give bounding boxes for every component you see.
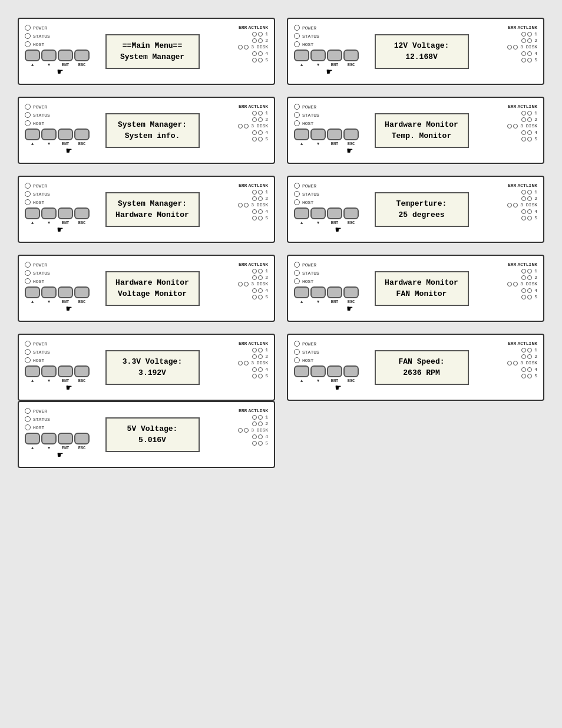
button-esc[interactable] xyxy=(343,50,359,61)
disk-row-3-disk: 3 DISK xyxy=(238,360,268,365)
hand-indicator: ☛ xyxy=(294,145,347,157)
led-status xyxy=(25,112,31,118)
button-ent[interactable] xyxy=(58,433,73,444)
disk-row-2: 2 xyxy=(252,196,268,201)
disk-led-err xyxy=(252,269,257,274)
button-ent[interactable] xyxy=(327,207,342,219)
hand-indicator: ☛ xyxy=(294,382,347,394)
disk-label: 2 xyxy=(265,196,268,201)
led-label-status: STATUS xyxy=(302,113,319,118)
button-down[interactable] xyxy=(310,286,326,298)
disk-indicator-panel: ERRACTLINK123 DISK45 xyxy=(227,262,268,315)
actlink-label: ACTLINK xyxy=(248,104,268,109)
button-up[interactable] xyxy=(25,207,40,219)
button-up[interactable] xyxy=(294,129,309,140)
disk-indicator-panel: ERRACTLINK123 DISK45 xyxy=(496,183,537,236)
display-line2: System Manager xyxy=(114,51,191,63)
led-row-host: HOST xyxy=(25,41,78,47)
led-label-status: STATUS xyxy=(33,271,50,276)
led-label-host: HOST xyxy=(33,358,44,363)
disk-led-act xyxy=(258,421,263,426)
disk-led-act xyxy=(513,45,518,50)
button-up[interactable] xyxy=(294,365,309,377)
led-status xyxy=(294,112,300,118)
button-up[interactable] xyxy=(25,129,40,140)
hand-indicator: ☛ xyxy=(25,382,78,394)
button-row: ▲▼ENTESC xyxy=(25,365,78,383)
button-up[interactable] xyxy=(294,207,309,219)
disk-led-err xyxy=(521,216,526,220)
button-ent[interactable] xyxy=(327,129,342,140)
button-esc[interactable] xyxy=(343,129,359,140)
disk-led-err xyxy=(521,367,526,372)
led-power xyxy=(294,25,300,31)
disk-row-4: 4 xyxy=(252,288,268,293)
hand-indicator: ☛ xyxy=(294,224,347,236)
button-ent[interactable] xyxy=(58,129,73,140)
button-ent[interactable] xyxy=(327,365,342,377)
button-esc[interactable] xyxy=(74,433,90,444)
button-esc[interactable] xyxy=(74,207,90,219)
button-esc[interactable] xyxy=(343,286,359,298)
disk-label: 4 xyxy=(265,130,268,135)
button-esc[interactable] xyxy=(74,129,90,140)
button-ent[interactable] xyxy=(327,286,342,298)
button-ent[interactable] xyxy=(327,50,342,61)
led-group: POWERSTATUSHOST xyxy=(25,25,78,47)
disk-label: 4 xyxy=(534,130,537,135)
panel-system-manager-info: POWERSTATUSHOST▲▼ENTESC☛System Manager:S… xyxy=(18,97,275,164)
button-ent[interactable] xyxy=(58,365,73,377)
button-ent[interactable] xyxy=(58,50,73,61)
button-down[interactable] xyxy=(41,286,57,298)
led-group: POWERSTATUSHOST xyxy=(294,183,347,205)
disk-led-err xyxy=(521,209,526,214)
disk-label: 1 xyxy=(534,347,537,353)
disk-row-4: 4 xyxy=(521,130,537,135)
button-down[interactable] xyxy=(310,50,326,61)
button-down[interactable] xyxy=(41,433,57,444)
disk-label: 1 xyxy=(265,110,268,116)
led-label-power: POWER xyxy=(302,183,316,189)
actlink-label: ACTLINK xyxy=(517,262,537,267)
button-down[interactable] xyxy=(41,207,57,219)
err-actlink-header: ERRACTLINK xyxy=(227,341,268,346)
disk-label: 5 xyxy=(265,215,268,220)
button-up[interactable] xyxy=(25,286,40,298)
button-esc[interactable] xyxy=(343,207,359,219)
button-esc[interactable] xyxy=(74,50,90,61)
display-area: Hardware MonitorTemp. Monitor xyxy=(347,104,496,157)
button-down[interactable] xyxy=(310,207,326,219)
button-row: ▲▼ENTESC xyxy=(294,365,347,383)
disk-label: 4 xyxy=(265,51,268,56)
button-ent[interactable] xyxy=(58,286,73,298)
disk-indicators: 123 DISK45 xyxy=(227,347,268,378)
panel-left-section: POWERSTATUSHOST▲▼ENTESC☛ xyxy=(25,408,78,461)
err-actlink-header: ERRACTLINK xyxy=(227,183,268,188)
panel-left-section: POWERSTATUSHOST▲▼ENTESC☛ xyxy=(294,341,347,394)
actlink-label: ACTLINK xyxy=(248,341,268,346)
disk-label: 4 xyxy=(265,209,268,214)
button-esc[interactable] xyxy=(74,286,90,298)
button-down[interactable] xyxy=(41,50,57,61)
button-down[interactable] xyxy=(310,129,326,140)
err-label: ERR xyxy=(508,341,516,346)
led-power xyxy=(25,341,31,347)
panel-left-section: POWERSTATUSHOST▲▼ENTESC☛ xyxy=(25,183,78,236)
button-up[interactable] xyxy=(25,50,40,61)
actlink-label: ACTLINK xyxy=(248,262,268,267)
lcd-display: 12V Voltage:12.168V xyxy=(375,34,469,69)
button-up[interactable] xyxy=(25,365,40,377)
button-down[interactable] xyxy=(310,365,326,377)
button-up[interactable] xyxy=(25,433,40,444)
button-down[interactable] xyxy=(41,129,57,140)
button-up[interactable] xyxy=(294,286,309,298)
button-esc[interactable] xyxy=(343,365,359,377)
disk-indicators: 123 DISK45 xyxy=(496,189,537,220)
button-down[interactable] xyxy=(41,365,57,377)
led-row-status: STATUS xyxy=(294,270,347,276)
disk-led-act xyxy=(527,32,532,37)
button-up[interactable] xyxy=(294,50,309,61)
disk-led-act xyxy=(258,275,263,280)
button-esc[interactable] xyxy=(74,365,90,377)
button-ent[interactable] xyxy=(58,207,73,219)
